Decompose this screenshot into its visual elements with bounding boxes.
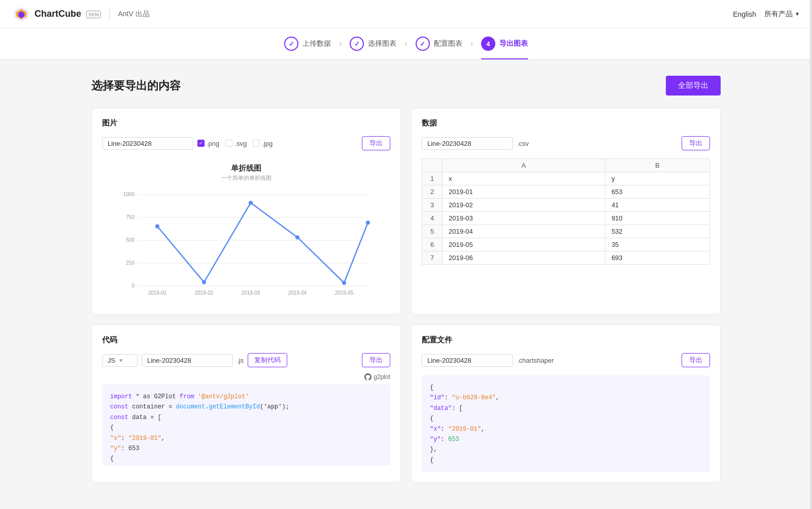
code-line-5: "x": "2019-01", xyxy=(110,433,382,443)
code-filename-input[interactable] xyxy=(142,354,233,367)
png-option[interactable]: ✓ .png xyxy=(197,140,219,147)
lang-select[interactable]: JS ▼ xyxy=(102,354,138,367)
g2plot-label: g2plot xyxy=(374,373,390,380)
svg-text:2019-02: 2019-02 xyxy=(195,290,214,296)
svg-point-21 xyxy=(249,201,253,205)
row-num-6: 6 xyxy=(422,238,443,251)
table-row: 6 2019-05 35 xyxy=(422,238,710,251)
table-header-b: B xyxy=(605,159,709,172)
header: ChartCube beta AntV 出品 English 所有产品 ▼ xyxy=(0,0,812,28)
cell-693: 693 xyxy=(605,251,709,265)
table-row: 4 2019-03 910 xyxy=(422,212,710,225)
beta-badge: beta xyxy=(86,11,101,18)
code-header-row: g2plot xyxy=(102,373,390,383)
svg-point-24 xyxy=(366,220,370,225)
header-right: English 所有产品 ▼ xyxy=(733,10,800,19)
format-options: ✓ .png .svg .jpg xyxy=(197,140,273,147)
svg-text:2019-01: 2019-01 xyxy=(148,290,167,296)
g2plot-badge: g2plot xyxy=(364,373,390,380)
row-num-4: 4 xyxy=(422,212,443,225)
chartshaper-extension: .chartshaper xyxy=(517,357,554,364)
step-1-label: 上传数据 xyxy=(302,39,331,48)
chart-svg-wrapper: 1000 750 500 250 0 2019-01 2019-02 xyxy=(102,187,390,299)
page-header: 选择要导出的内容 全部导出 xyxy=(91,76,721,96)
config-code-block: { "id": "u-b628-8e4", "data": [ { "x": "… xyxy=(422,375,710,472)
step-3[interactable]: ✓ 配置图表 xyxy=(416,37,462,51)
code-export-button[interactable]: 导出 xyxy=(362,353,390,367)
code-line-6: "y": 653 xyxy=(110,443,382,454)
config-line-2: "id": "u-b628-8e4", xyxy=(430,393,702,403)
table-row: 3 2019-02 41 xyxy=(422,199,710,212)
scrollbar-track[interactable] xyxy=(810,0,812,499)
data-filename-input[interactable] xyxy=(422,137,513,150)
code-line-3: const data = [ xyxy=(110,412,382,423)
svg-text:2019-03: 2019-03 xyxy=(242,290,260,296)
code-line-7: { xyxy=(110,454,382,464)
data-file-row: .csv 导出 xyxy=(422,136,710,150)
config-file-row: .chartshaper 导出 xyxy=(422,353,710,367)
step-2[interactable]: ✓ 选择图表 xyxy=(350,37,396,51)
image-export-button[interactable]: 导出 xyxy=(362,136,390,150)
config-line-4: { xyxy=(430,413,702,424)
svg-point-23 xyxy=(342,281,346,285)
table-header-a: A xyxy=(443,159,605,172)
image-filename-input[interactable] xyxy=(102,137,193,150)
svg-text:0: 0 xyxy=(131,283,134,289)
table-header-0 xyxy=(422,159,443,172)
png-checkbox[interactable]: ✓ xyxy=(197,140,205,147)
logo-text: ChartCube xyxy=(35,9,81,19)
cell-2019-02: 2019-02 xyxy=(443,199,605,212)
config-card-title: 配置文件 xyxy=(422,335,710,345)
row-num-2: 2 xyxy=(422,185,443,199)
config-filename-input[interactable] xyxy=(422,354,513,367)
svg-text:750: 750 xyxy=(126,214,134,220)
header-divider xyxy=(109,8,110,20)
table-row: 7 2019-06 693 xyxy=(422,251,710,265)
step-4-label: 导出图表 xyxy=(499,39,528,48)
svg-checkbox[interactable] xyxy=(225,140,232,147)
antv-text: AntV 出品 xyxy=(118,10,149,19)
data-export-button[interactable]: 导出 xyxy=(682,136,710,150)
step-2-label: 选择图表 xyxy=(368,39,396,48)
chevron-down-icon: ▼ xyxy=(118,358,123,363)
steps-bar: ✓ 上传数据 › ✓ 选择图表 › ✓ 配置图表 › 4 导出图表 xyxy=(0,28,812,59)
cell-910: 910 xyxy=(605,212,709,225)
csv-extension: .csv xyxy=(517,140,529,147)
code-card: 代码 JS ▼ .js 复制代码 导出 g2plot import * as G… xyxy=(91,325,401,483)
config-line-7: }, xyxy=(430,444,702,455)
cell-653: 653 xyxy=(605,185,709,199)
png-label: .png xyxy=(207,140,219,147)
cell-532: 532 xyxy=(605,225,709,238)
config-export-button[interactable]: 导出 xyxy=(682,353,710,367)
logo-area: ChartCube beta xyxy=(12,5,101,23)
table-row: 1 x y xyxy=(422,172,710,185)
export-all-button[interactable]: 全部导出 xyxy=(666,76,721,96)
jpg-checkbox[interactable] xyxy=(253,140,260,147)
config-card: 配置文件 .chartshaper 导出 { "id": "u-b628-8e4… xyxy=(411,325,721,483)
step-4-icon: 4 xyxy=(481,37,495,51)
jpg-option[interactable]: .jpg xyxy=(253,140,273,147)
copy-code-button[interactable]: 复制代码 xyxy=(248,353,287,367)
cell-2019-03: 2019-03 xyxy=(443,212,605,225)
image-card: 图片 ✓ .png .svg .jp xyxy=(91,108,401,314)
data-card-title: 数据 xyxy=(422,118,710,128)
config-line-3: "data": [ xyxy=(430,403,702,413)
step-4[interactable]: 4 导出图表 xyxy=(481,37,528,51)
data-table: A B 1 x y 2 2019-01 653 xyxy=(422,158,710,265)
code-line-2: const container = document.getElementByI… xyxy=(110,402,382,412)
language-button[interactable]: English xyxy=(733,10,756,18)
image-card-title: 图片 xyxy=(102,118,390,128)
lang-value: JS xyxy=(108,357,115,364)
all-products-button[interactable]: 所有产品 ▼ xyxy=(764,10,800,19)
svg-option[interactable]: .svg xyxy=(225,140,247,147)
config-line-1: { xyxy=(430,383,702,393)
row-num-1: 1 xyxy=(422,172,443,185)
step-1[interactable]: ✓ 上传数据 xyxy=(284,37,331,51)
cell-2019-01: 2019-01 xyxy=(443,185,605,199)
data-card: 数据 .csv 导出 A B 1 x y xyxy=(411,108,721,314)
step-arrow-2: › xyxy=(404,39,407,48)
svg-point-22 xyxy=(295,235,299,239)
cell-35: 35 xyxy=(605,238,709,251)
row-num-5: 5 xyxy=(422,225,443,238)
chart-container: 单折线图 一个简单的单折线图 1000 750 500 250 0 xyxy=(102,158,390,304)
